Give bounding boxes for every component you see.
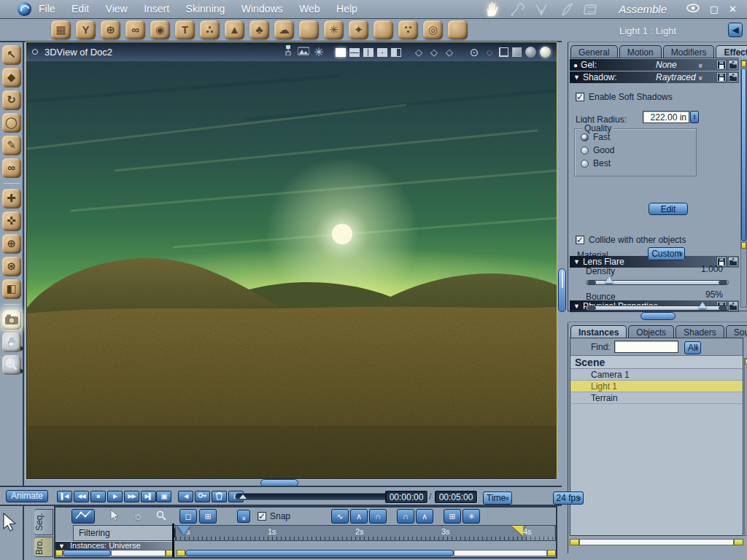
camera-tool-icon[interactable] <box>2 310 21 330</box>
camera-object-icon[interactable] <box>374 20 393 39</box>
go-start-button[interactable]: ▌◀ <box>57 491 72 502</box>
orbit-icon[interactable]: ⊙ <box>468 46 480 59</box>
shadow-section-bar[interactable]: ▼ Shadow: Raytraced » <box>570 71 739 83</box>
render-film-icon[interactable] <box>582 1 601 18</box>
scroll-cap[interactable] <box>741 242 746 249</box>
zoom-tool-icon[interactable] <box>153 510 169 523</box>
scale-tool-icon[interactable]: ◯ <box>2 113 21 133</box>
zoom-tool-icon[interactable] <box>2 355 21 375</box>
bone-icon[interactable] <box>448 20 468 39</box>
viewport-titlebar[interactable]: 3DView of Doc2 ✳ ◇ ◇ ◇ ⊙ ◌ <box>26 42 557 61</box>
load-preset-icon[interactable] <box>728 60 738 70</box>
camera-preview-icon[interactable] <box>298 46 309 59</box>
solid-cube-icon[interactable] <box>512 47 522 57</box>
fire-icon[interactable] <box>299 20 319 39</box>
menu-web[interactable]: Web <box>293 0 327 15</box>
scroll-track[interactable] <box>454 550 547 556</box>
add-keyframe-button[interactable] <box>195 491 210 502</box>
ease-arc-button[interactable]: ∩ <box>369 509 387 524</box>
tab-instances[interactable]: Instances <box>570 325 627 338</box>
instance-row-light-selected[interactable]: Light 1 <box>570 381 743 392</box>
quality-good-option[interactable]: Good <box>581 145 696 155</box>
gel-section-bar[interactable]: ● Gel: None » <box>570 59 739 71</box>
scroll-thumb[interactable] <box>185 550 454 556</box>
3d-scene[interactable] <box>27 61 557 478</box>
instance-row-terrain[interactable]: Terrain <box>570 392 743 404</box>
panel-back-button[interactable]: ◀ <box>728 23 743 37</box>
material-dropdown[interactable]: Custom » <box>648 247 685 260</box>
sun-tool-icon[interactable]: ☼ <box>130 510 146 523</box>
free-rotate-icon[interactable]: ◌ <box>484 46 495 59</box>
bounce-slider-thumb[interactable] <box>698 302 707 308</box>
arrow-tool-icon[interactable] <box>107 510 123 523</box>
shadow-dropdown-icon[interactable]: » <box>697 76 705 79</box>
density-slider-thumb[interactable] <box>605 276 614 283</box>
tab-motion[interactable]: Motion <box>619 45 662 58</box>
terrain-icon[interactable]: ▲ <box>225 20 244 39</box>
physical-expand-icon[interactable]: ▼ <box>573 303 580 310</box>
load-preset-icon[interactable] <box>728 301 738 311</box>
select-tool-icon[interactable]: ↖ <box>2 45 21 65</box>
pan-hand-tool-icon[interactable] <box>2 332 21 352</box>
keyframe-box-button[interactable]: ⊞ <box>444 509 461 524</box>
quality-fast-option[interactable]: Fast <box>581 132 696 142</box>
light-radius-stepper[interactable]: ▲▼ <box>690 111 699 123</box>
translate-xy-tool-icon[interactable]: ✚ <box>2 189 21 209</box>
scrubber-handle[interactable] <box>239 494 247 499</box>
menu-skinning[interactable]: Skinning <box>179 0 232 15</box>
wireframe-cube-icon[interactable] <box>499 47 508 57</box>
viewport-collapse-icon[interactable] <box>32 49 38 55</box>
find-filter-dropdown[interactable]: All » <box>684 341 701 354</box>
fps-dropdown[interactable]: 24 fps » <box>553 491 584 505</box>
gel-dropdown-icon[interactable]: » <box>697 63 705 66</box>
menu-file[interactable]: File <box>32 0 62 15</box>
menu-help[interactable]: Help <box>330 0 364 15</box>
ease-linear-button[interactable]: ∧ <box>350 509 368 524</box>
rotate-axis-tool-icon[interactable]: ⊕ <box>2 234 21 254</box>
fast-forward-button[interactable]: ▶▶ <box>124 491 139 502</box>
formula-icon[interactable]: ◉ <box>150 20 170 39</box>
go-end-button[interactable]: ▶▌ <box>141 491 156 502</box>
playhead-marker[interactable] <box>177 526 190 534</box>
instance-row-camera[interactable]: Camera 1 <box>570 369 743 381</box>
shadow-expand-icon[interactable]: ▼ <box>573 74 580 81</box>
save-preset-icon[interactable] <box>716 72 727 82</box>
loop-button[interactable]: ▣ <box>156 491 171 502</box>
layout-single-icon[interactable] <box>336 48 346 57</box>
tab-general[interactable]: General <box>570 45 618 58</box>
scroll-cap[interactable] <box>734 539 743 545</box>
infinite-plane-icon[interactable]: ▦ <box>51 20 71 39</box>
total-time-field[interactable]: 00:05:00 <box>435 491 477 503</box>
scroll-track[interactable] <box>579 539 734 545</box>
sequencer-tab[interactable]: Seq. <box>34 509 53 535</box>
menu-windows[interactable]: Windows <box>235 0 290 15</box>
particles-icon[interactable]: ∴ <box>200 20 220 39</box>
assemble-hand-icon[interactable] <box>483 1 502 18</box>
scene-group-row[interactable]: Scene <box>570 356 743 369</box>
collapse-chevron-button[interactable]: » <box>237 510 250 523</box>
paint-brush-icon[interactable] <box>557 1 576 18</box>
menu-view[interactable]: View <box>99 0 134 15</box>
draft-shaded-icon[interactable]: ◇ <box>444 46 455 59</box>
move-tool-icon[interactable]: ◆ <box>2 68 21 88</box>
delete-keyframe-button[interactable] <box>212 491 227 502</box>
marquee-button[interactable]: ◻ <box>179 509 197 524</box>
track-group-header[interactable]: ▼ Instances: Universe <box>55 541 174 550</box>
layout-big-small-icon[interactable] <box>391 48 401 57</box>
cloud-icon[interactable]: ☁ <box>274 20 294 39</box>
tab-shaders[interactable]: Shaders <box>676 325 724 338</box>
texture-pen-icon[interactable] <box>533 1 551 18</box>
end-range-marker[interactable] <box>511 526 523 536</box>
save-preset-icon[interactable] <box>716 60 727 70</box>
radio-selected-icon[interactable] <box>581 133 589 141</box>
collide-checkbox[interactable]: ✓ <box>576 236 584 244</box>
play-button[interactable]: ▶ <box>107 491 123 502</box>
gizmo-icon[interactable]: ✳ <box>313 46 325 59</box>
hierarchy-icon[interactable] <box>282 45 294 59</box>
metaball-icon[interactable]: ∞ <box>125 20 145 39</box>
previous-keyframe-button[interactable]: ◀ <box>178 491 193 502</box>
scroll-cap[interactable] <box>741 61 746 67</box>
animate-button[interactable]: Animate <box>6 490 48 502</box>
time-mode-dropdown[interactable]: Time » <box>483 491 512 505</box>
ease-smooth-button[interactable]: ∿ <box>331 509 349 524</box>
